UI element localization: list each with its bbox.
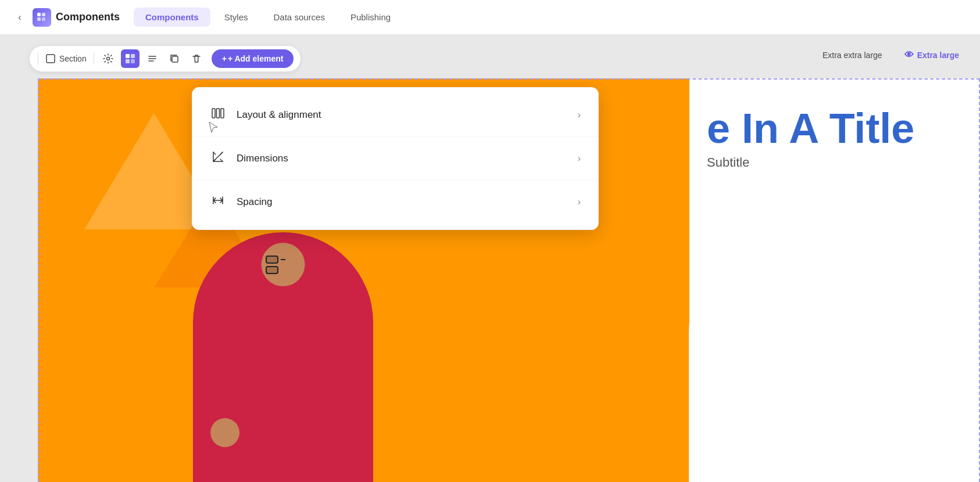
svg-rect-1	[42, 13, 45, 16]
eye-icon: 👁	[904, 50, 914, 60]
settings-button[interactable]	[99, 49, 117, 68]
tab-data-sources[interactable]: Data sources	[262, 8, 337, 27]
dropdown-item-dimensions[interactable]: Dimensions ›	[192, 137, 598, 181]
hero-title: e In A Title	[707, 107, 963, 149]
layout-alignment-icon	[210, 106, 226, 124]
toolbar-divider-2	[94, 53, 94, 64]
spacing-chevron-icon: ›	[578, 197, 581, 207]
dimensions-label: Dimensions	[237, 153, 288, 164]
dimensions-chevron-icon: ›	[578, 153, 581, 164]
dropdown-item-left-dimensions: Dimensions	[210, 150, 288, 167]
style-icon	[147, 53, 158, 64]
top-navigation: ‹ Components Components Styles Data sour…	[0, 0, 980, 35]
man-head	[261, 243, 305, 286]
logo-icon	[33, 8, 51, 27]
copy-icon	[169, 53, 180, 64]
man-body	[193, 232, 373, 482]
svg-rect-13	[221, 109, 224, 118]
svg-rect-7	[131, 54, 135, 58]
dropdown-item-layout[interactable]: Layout & alignment ›	[192, 93, 598, 137]
breakpoint-xxl[interactable]: Extra extra large	[813, 46, 892, 64]
tab-styles[interactable]: Styles	[213, 8, 260, 27]
svg-point-5	[106, 57, 109, 60]
spacing-label: Spacing	[237, 196, 272, 208]
delete-button[interactable]	[187, 49, 206, 68]
title-content: e In A Title Subtitle	[689, 78, 980, 199]
delete-icon	[191, 53, 202, 64]
layout-icon	[125, 53, 135, 64]
dropdown-item-left-layout: Layout & alignment	[210, 106, 321, 124]
breakpoint-xl[interactable]: 👁 Extra large	[895, 45, 968, 65]
add-icon: +	[222, 54, 227, 63]
toolbar: Section	[29, 45, 301, 72]
back-button[interactable]: ‹	[12, 9, 28, 26]
spacing-icon	[210, 193, 226, 211]
title-panel: e In A Title Subtitle	[689, 78, 980, 482]
style-button[interactable]	[143, 49, 162, 68]
layout-chevron-icon: ›	[578, 110, 581, 120]
toolbar-divider-left	[38, 53, 38, 64]
section-type-label: Section	[43, 53, 89, 64]
svg-rect-11	[212, 109, 215, 118]
nav-tabs: Components Styles Data sources Publishin…	[134, 8, 402, 27]
tab-components[interactable]: Components	[134, 8, 210, 27]
breakpoint-xxl-label: Extra extra large	[822, 51, 882, 60]
glasses	[266, 256, 301, 264]
breakpoint-bar: Extra extra large 👁 Extra large	[813, 45, 968, 65]
section-rect-icon	[45, 53, 56, 64]
dropdown-item-left-spacing: Spacing	[210, 193, 272, 211]
add-element-button[interactable]: + + Add element	[212, 49, 294, 68]
app-logo: Components	[33, 8, 120, 27]
svg-rect-0	[37, 13, 41, 16]
svg-rect-12	[217, 109, 220, 118]
svg-rect-3	[42, 17, 45, 21]
back-icon: ‹	[18, 12, 21, 23]
main-canvas-area: e In A Title Subtitle Section	[0, 35, 980, 482]
copy-button[interactable]	[165, 49, 184, 68]
dropdown-menu: Layout & alignment › Dimensions ›	[192, 87, 599, 230]
settings-icon	[103, 53, 113, 64]
svg-rect-6	[126, 54, 130, 58]
hero-subtitle: Subtitle	[707, 155, 963, 170]
svg-rect-4	[47, 55, 55, 63]
dimensions-icon	[210, 150, 226, 167]
tab-publishing[interactable]: Publishing	[339, 8, 402, 27]
dropdown-item-spacing[interactable]: Spacing ›	[192, 181, 598, 224]
add-element-label: + Add element	[228, 54, 284, 63]
svg-rect-10	[172, 56, 178, 62]
layout-alignment-label: Layout & alignment	[237, 109, 321, 121]
breakpoint-xl-label: Extra large	[917, 51, 959, 60]
logo-text: Components	[56, 11, 120, 23]
svg-rect-2	[37, 17, 41, 21]
layout-button[interactable]	[121, 49, 140, 68]
svg-rect-9	[131, 59, 135, 63]
svg-rect-8	[126, 59, 130, 63]
hand-gesture	[210, 418, 239, 447]
